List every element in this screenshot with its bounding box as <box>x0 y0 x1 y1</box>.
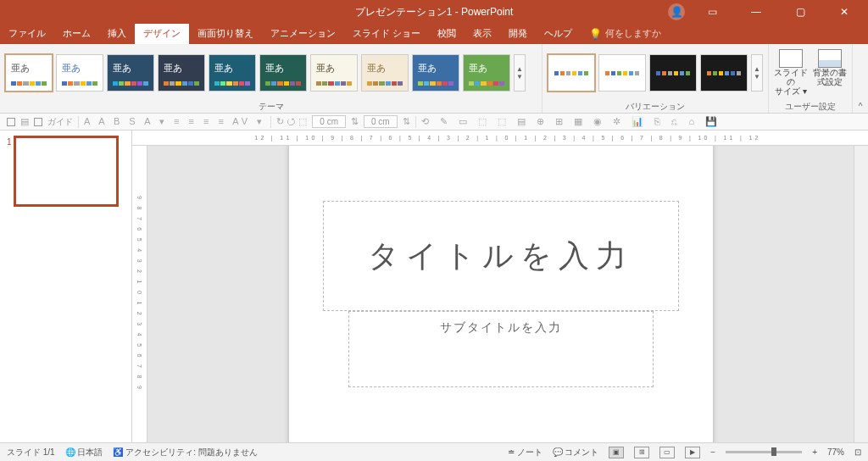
tab-view[interactable]: 表示 <box>465 24 500 44</box>
slide-size-label: スライドの サイズ ▾ <box>774 68 808 96</box>
vertical-ruler: 9 8 7 6 5 4 3 2 1 0 1 2 3 4 5 6 7 8 9 <box>132 146 147 442</box>
status-slide-count[interactable]: スライド 1/1 <box>7 447 55 458</box>
title-placeholder[interactable]: タイトルを入力 <box>323 201 679 311</box>
work-area: 1 12 | 11 | 10 | 9 | 8 | 7 | 6 | 5 | 4 |… <box>0 131 868 442</box>
ribbon-design: 亜あ亜あ亜あ亜あ亜あ亜あ亜あ亜あ亜あ亜あ▲▼ テーマ ▲▼ バリエーション スラ… <box>0 44 868 114</box>
slide-canvas-wrap[interactable]: タイトルを入力 サブタイトルを入力 <box>147 146 854 442</box>
group-customize: スライドの サイズ ▾ 背景の書 式設定 ユーザー設定 <box>769 44 853 113</box>
misc-tools-icon[interactable]: ⟲ ✎ ▭ ⬚ ⬚ ▤ ⊕ ⊞ ▦ ◉ ✲ 📊 ⎘ ⎌ ⌂ 💾 <box>421 116 722 127</box>
collapse-ribbon-button[interactable]: ^ <box>853 44 868 113</box>
group-label-themes: テーマ <box>0 101 542 113</box>
horizontal-ruler: 12 | 11 | 10 | 9 | 8 | 7 | 6 | 5 | 4 | 3… <box>132 131 868 146</box>
group-variations: ▲▼ バリエーション <box>542 44 769 113</box>
status-language[interactable]: 🌐 日本語 <box>65 447 103 458</box>
view-normal-button[interactable]: ▣ <box>609 447 624 458</box>
statusbar: スライド 1/1 🌐 日本語 ♿ アクセシビリティ: 問題ありません ≐ ノート… <box>0 442 868 461</box>
layout-icon[interactable]: ▤ <box>20 116 29 127</box>
tell-me-search[interactable]: 💡 何をしますか <box>581 24 670 44</box>
format-background-icon <box>818 49 842 68</box>
tab-home[interactable]: ホーム <box>54 24 99 44</box>
theme-thumb-4[interactable]: 亜あ <box>209 54 256 92</box>
slide-size-icon <box>779 49 803 68</box>
view-slideshow-button[interactable]: ▶ <box>685 447 700 458</box>
themes-more-button[interactable]: ▲▼ <box>514 54 526 92</box>
vertical-scrollbar[interactable] <box>854 146 868 442</box>
ribbon-tabs: ファイル ホーム 挿入 デザイン 画面切り替え アニメーション スライド ショー… <box>0 24 868 44</box>
tab-help[interactable]: ヘルプ <box>536 24 581 44</box>
shape-tools-icon[interactable]: ↻ ⭯ ⬚ <box>276 116 307 127</box>
format-background-label: 背景の書 式設定 <box>813 68 847 86</box>
tab-review[interactable]: 校閲 <box>429 24 465 44</box>
theme-thumb-1[interactable]: 亜あ <box>56 54 103 92</box>
titlebar: プレゼンテーション1 - PowerPoint 👤 ▭ — ▢ ✕ <box>0 0 868 24</box>
view-reading-button[interactable]: ▭ <box>659 447 675 458</box>
theme-thumb-7[interactable]: 亜あ <box>361 54 409 92</box>
slide-thumbnail-panel: 1 <box>0 131 132 442</box>
slide-thumbnail-1[interactable] <box>15 137 117 205</box>
width-field[interactable]: 0 cm <box>312 115 346 128</box>
theme-thumb-8[interactable]: 亜あ <box>412 54 459 92</box>
tab-transitions[interactable]: 画面切り替え <box>189 24 262 44</box>
tab-file[interactable]: ファイル <box>0 24 54 44</box>
theme-thumb-9[interactable]: 亜あ <box>463 54 510 92</box>
zoom-in-button[interactable]: + <box>812 447 817 457</box>
notes-button[interactable]: ≐ ノート <box>508 447 542 458</box>
slide-number: 1 <box>7 137 12 205</box>
theme-thumb-5[interactable]: 亜あ <box>259 54 307 92</box>
maximize-button[interactable]: ▢ <box>783 0 817 24</box>
ribbon-display-options-icon[interactable]: ▭ <box>695 0 729 24</box>
variation-thumb-0[interactable] <box>548 54 595 92</box>
window-title: プレゼンテーション1 - PowerPoint <box>355 5 514 19</box>
theme-thumb-3[interactable]: 亜あ <box>158 54 205 92</box>
slide-canvas[interactable]: タイトルを入力 サブタイトルを入力 <box>289 146 713 442</box>
tab-design[interactable]: デザイン <box>135 24 189 44</box>
variation-thumb-2[interactable] <box>649 54 697 92</box>
zoom-out-button[interactable]: − <box>710 447 715 457</box>
group-label-variations: バリエーション <box>542 101 768 113</box>
tab-slideshow[interactable]: スライド ショー <box>344 24 429 44</box>
tab-animations[interactable]: アニメーション <box>262 24 344 44</box>
zoom-slider[interactable] <box>726 451 802 453</box>
variation-thumb-1[interactable] <box>598 54 646 92</box>
slide-size-button[interactable]: スライドの サイズ ▾ <box>774 49 808 96</box>
checkbox-guide[interactable] <box>34 118 42 126</box>
zoom-level[interactable]: 77% <box>827 447 844 457</box>
minimize-button[interactable]: — <box>739 0 773 24</box>
theme-thumb-0[interactable]: 亜あ <box>5 54 53 92</box>
status-accessibility[interactable]: ♿ アクセシビリティ: 問題ありません <box>113 447 257 458</box>
comments-button[interactable]: 💬 コメント <box>553 447 599 458</box>
subtitle-placeholder[interactable]: サブタイトルを入力 <box>348 311 654 387</box>
font-placeholder-icon: A A B S A ▾ ≡ ≡ ≡ ≡ AV ▾ <box>84 116 265 127</box>
group-label-customize: ユーザー設定 <box>769 101 852 113</box>
lightbulb-icon: 💡 <box>589 28 602 40</box>
variation-thumb-3[interactable] <box>700 54 748 92</box>
tell-me-label: 何をしますか <box>605 27 661 40</box>
view-sorter-button[interactable]: ⊞ <box>634 447 649 458</box>
tab-developer[interactable]: 開発 <box>500 24 536 44</box>
guide-label: ガイド <box>47 116 73 128</box>
variations-more-button[interactable]: ▲▼ <box>751 54 763 92</box>
theme-thumb-6[interactable]: 亜あ <box>310 54 358 92</box>
slide-editor: 12 | 11 | 10 | 9 | 8 | 7 | 6 | 5 | 4 | 3… <box>132 131 868 442</box>
theme-thumb-2[interactable]: 亜あ <box>107 54 154 92</box>
close-button[interactable]: ✕ <box>827 0 861 24</box>
group-themes: 亜あ亜あ亜あ亜あ亜あ亜あ亜あ亜あ亜あ亜あ▲▼ テーマ <box>0 44 542 113</box>
height-field[interactable]: 0 cm <box>364 115 398 128</box>
format-background-button[interactable]: 背景の書 式設定 <box>813 49 847 96</box>
tab-insert[interactable]: 挿入 <box>99 24 135 44</box>
checkbox-1[interactable] <box>7 118 15 126</box>
quick-toolbar: ▤ ガイド A A B S A ▾ ≡ ≡ ≡ ≡ AV ▾ ↻ ⭯ ⬚ 0 c… <box>0 114 868 131</box>
account-avatar[interactable]: 👤 <box>668 3 685 20</box>
fit-to-window-button[interactable]: ⊡ <box>854 447 861 457</box>
